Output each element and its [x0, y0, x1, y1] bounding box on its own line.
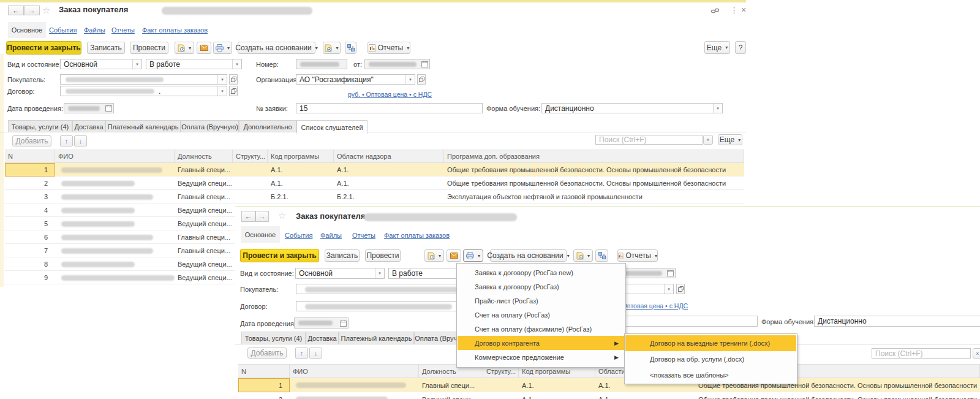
- grid-header-cell[interactable]: Структу...: [233, 150, 268, 163]
- more-button[interactable]: Еще▾: [704, 41, 730, 54]
- cell-fio-blurred[interactable]: [61, 208, 135, 213]
- cell-number[interactable]: 7: [5, 244, 55, 257]
- price-currency-link[interactable]: руб. • Оптовая цена • с НДС: [348, 91, 432, 98]
- kind-input[interactable]: Основной▾: [295, 268, 385, 279]
- buyer-input[interactable]: ▾: [60, 74, 227, 85]
- nav-tab-files[interactable]: Файлы: [84, 26, 105, 34]
- menu-item[interactable]: Прайс-лист (РосГаз): [458, 294, 625, 308]
- cell-program[interactable]: Эксплуатация объектов нефтяной и газовой…: [444, 190, 744, 203]
- request-number-input[interactable]: [612, 316, 758, 327]
- section-tab-goods[interactable]: Товары, услуги (4): [8, 120, 72, 132]
- cell-fio-blurred[interactable]: [296, 382, 406, 388]
- move-up-button[interactable]: ↑: [295, 348, 308, 359]
- attach-file-button[interactable]: ▾: [424, 249, 444, 262]
- cell-program[interactable]: Общие требования промышленной безопаснос…: [444, 177, 744, 190]
- cell-number[interactable]: 5: [5, 217, 55, 230]
- section-tab-payment-calendar[interactable]: Платежный календарь: [339, 332, 414, 344]
- forward-button[interactable]: →: [255, 211, 269, 222]
- search-clear-button[interactable]: ×: [703, 135, 713, 145]
- mail-button[interactable]: [447, 249, 461, 262]
- more-dots-icon[interactable]: ⋮: [730, 6, 738, 15]
- favorite-star-icon[interactable]: ☆: [42, 5, 50, 16]
- from-date-input[interactable]: [364, 59, 430, 69]
- create-doc-button[interactable]: ▾: [323, 42, 341, 54]
- section-tab-goods[interactable]: Товары, услуги (4): [241, 332, 306, 344]
- cell-number[interactable]: 3: [5, 190, 55, 203]
- cell-program-code[interactable]: А.1.: [268, 163, 334, 177]
- nav-tab-main[interactable]: Основное: [241, 226, 280, 243]
- nav-tab-payment-fact[interactable]: Факт оплаты заказов: [384, 232, 450, 239]
- cell-position[interactable]: Ведущий специ...: [175, 203, 233, 217]
- cell-program-code[interactable]: А.1.: [519, 392, 595, 399]
- reports-button[interactable]: Отчеты▾: [617, 249, 658, 262]
- cell-fio-blurred[interactable]: [61, 235, 153, 240]
- copy-link-icon[interactable]: [710, 6, 720, 17]
- add-button[interactable]: Добавить: [247, 348, 287, 359]
- cell-position[interactable]: Главный специ...: [175, 230, 233, 244]
- reports-button[interactable]: Отчеты▾: [368, 42, 410, 54]
- cell-fio-blurred[interactable]: [61, 275, 175, 281]
- number-input[interactable]: [296, 59, 347, 69]
- nav-tab-reports[interactable]: Отчеты: [352, 232, 375, 239]
- search-clear-button[interactable]: ×: [973, 348, 980, 359]
- grid-header-cell[interactable]: Программа доп. образования: [444, 150, 744, 163]
- org-input[interactable]: АО "Росгазификация"▾: [296, 74, 415, 85]
- cell-position[interactable]: Главный специ...: [175, 244, 233, 257]
- grid-header-cell[interactable]: Код программы: [268, 150, 334, 163]
- calendar-icon[interactable]: [421, 61, 428, 69]
- calendar-icon[interactable]: [667, 270, 674, 278]
- nav-tab-events[interactable]: События: [49, 26, 77, 34]
- state-input[interactable]: В работе▾: [146, 59, 242, 69]
- submenu-item[interactable]: Договор на выездные тренинги (.docx): [625, 335, 796, 351]
- calendar-icon[interactable]: [105, 105, 112, 113]
- back-button[interactable]: ←: [8, 6, 24, 15]
- section-tab-delivery[interactable]: Доставка: [306, 332, 339, 344]
- menu-item[interactable]: Коммерческое предложение▶: [458, 350, 625, 364]
- cell-position[interactable]: Ведущий специ...: [175, 257, 233, 271]
- date-input[interactable]: [64, 103, 114, 113]
- menu-item[interactable]: Заявка к договору (РосГаз): [458, 279, 625, 294]
- cell-position[interactable]: Главный специ...: [175, 190, 233, 203]
- print-button[interactable]: ▾: [213, 42, 232, 54]
- nav-tab-reports[interactable]: Отчеты: [111, 26, 135, 34]
- cell-position[interactable]: Главный специ...: [419, 378, 483, 392]
- section-tab-payment-calendar[interactable]: Платежный календарь: [105, 120, 181, 132]
- cell-number[interactable]: 4: [5, 203, 55, 217]
- cell-supervision-area[interactable]: Б.2.1.: [334, 190, 444, 203]
- post-and-close-button[interactable]: Провести и закрыть: [240, 249, 319, 262]
- cell-program-code[interactable]: Б.2.1.: [268, 190, 334, 203]
- cell-fio-blurred[interactable]: [61, 248, 153, 254]
- structure-button[interactable]: [345, 42, 356, 54]
- section-tab-additional[interactable]: Дополнительно: [239, 120, 296, 132]
- cell-position[interactable]: Ведущий специ...: [175, 177, 233, 190]
- cell-fio-blurred[interactable]: [61, 194, 153, 200]
- kind-input[interactable]: Основной▾: [60, 59, 142, 69]
- cell-program-code[interactable]: А.1.: [519, 378, 595, 392]
- cell-fio-blurred[interactable]: [296, 397, 388, 399]
- cell-position[interactable]: Главный специ...: [175, 163, 233, 177]
- date-input[interactable]: [294, 317, 349, 329]
- create-doc-button[interactable]: ▾: [573, 249, 593, 262]
- create-based-on-button[interactable]: Создать на основании▾: [238, 42, 315, 54]
- submenu-item[interactable]: Договор на обр. услуги (.docx): [625, 351, 796, 367]
- grid-header-cell[interactable]: N: [238, 364, 290, 378]
- grid-header-cell[interactable]: ФИО: [290, 364, 419, 378]
- cell-number[interactable]: 6: [5, 230, 55, 244]
- calendar-icon[interactable]: [340, 320, 347, 329]
- contract-open-icon[interactable]: [229, 86, 238, 96]
- cell-number[interactable]: 1: [5, 163, 55, 177]
- menu-item[interactable]: Договор контрагента▶: [458, 336, 625, 350]
- cell-position[interactable]: Ведущий специ...: [175, 271, 233, 284]
- cell-supervision-area[interactable]: А.1.: [595, 392, 695, 399]
- request-number-input[interactable]: 15: [296, 103, 483, 113]
- submenu-item[interactable]: <показать все шаблоны>: [625, 367, 796, 383]
- cell-program[interactable]: Общие требования промышленной безопаснос…: [695, 392, 980, 399]
- back-button[interactable]: ←: [241, 211, 255, 222]
- create-based-on-button[interactable]: Создать на основании▾: [490, 249, 567, 262]
- add-button[interactable]: Добавить: [12, 135, 51, 146]
- cell-position[interactable]: Ведущий специ...: [419, 392, 483, 399]
- cell-fio-blurred[interactable]: [61, 221, 135, 227]
- forward-button[interactable]: →: [24, 6, 40, 15]
- nav-tab-files[interactable]: Файлы: [320, 232, 342, 239]
- cell-number[interactable]: 8: [5, 257, 55, 271]
